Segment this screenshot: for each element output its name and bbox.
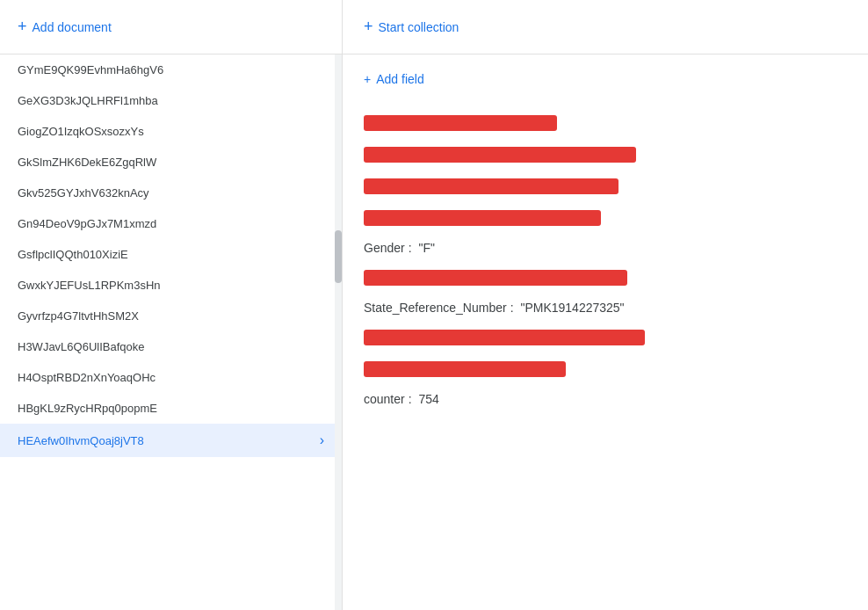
redacted-bar	[364, 147, 636, 163]
redacted-field-row	[364, 322, 847, 353]
redacted-field-row	[364, 202, 847, 234]
sidebar-item[interactable]: HBgKL9zRycHRpq0popmE	[0, 393, 342, 424]
plus-icon: +	[18, 18, 27, 36]
sidebar-item[interactable]: Gyvrfzp4G7ltvtHhSM2X	[0, 301, 342, 331]
redacted-field-row	[364, 262, 847, 294]
redacted-bar	[364, 178, 618, 194]
sidebar-item[interactable]: H4OsptRBD2nXnYoaqOHc	[0, 362, 342, 393]
scrollbar-thumb[interactable]	[335, 230, 342, 283]
field-value: "PMK1914227325"	[520, 301, 624, 315]
start-collection-label: Start collection	[379, 20, 459, 34]
sidebar-list: GYmE9QK99EvhmHa6hgV6 GeXG3D3kJQLHRFl1mhb…	[0, 54, 342, 457]
redacted-field-row	[364, 171, 847, 202]
add-field-button[interactable]: + Add field	[364, 69, 424, 90]
start-collection-button[interactable]: + Start collection	[364, 14, 459, 40]
sidebar-item[interactable]: GsflpclIQQth010XiziE	[0, 239, 342, 270]
sidebar-item[interactable]: GwxkYJEFUsL1RPKm3sHn	[0, 270, 342, 301]
redacted-bar	[364, 115, 557, 131]
redacted-field-row	[364, 107, 847, 139]
redacted-field-row	[364, 353, 847, 385]
redacted-bar	[364, 270, 627, 286]
redacted-field-row	[364, 139, 847, 171]
sidebar-header: + Add document	[0, 0, 342, 54]
redacted-bar	[364, 210, 601, 226]
redacted-bar	[364, 330, 645, 345]
right-header: + Start collection	[343, 0, 868, 54]
sidebar-item[interactable]: GkSlmZHK6DekE6ZgqRlW	[0, 147, 342, 178]
add-document-label: Add document	[33, 20, 112, 34]
sidebar: + Add document GYmE9QK99EvhmHa6hgV6 GeXG…	[0, 0, 343, 610]
field-row-state-ref: State_Reference_Number : "PMK1914227325"	[364, 294, 847, 322]
field-value: "F"	[418, 241, 435, 255]
plus-icon: +	[364, 72, 371, 86]
sidebar-item[interactable]: GeXG3D3kJQLHRFl1mhba	[0, 85, 342, 116]
field-separator: :	[510, 301, 517, 315]
field-value: 754	[418, 392, 438, 406]
sidebar-item[interactable]: H3WJavL6Q6UlIBafqoke	[0, 331, 342, 362]
scrollbar-track	[335, 54, 342, 610]
field-separator: :	[409, 392, 416, 406]
redacted-bar	[364, 361, 566, 377]
sidebar-item[interactable]: Gkv525GYJxhV632knAcy	[0, 178, 342, 208]
sidebar-list-wrapper: GYmE9QK99EvhmHa6hgV6 GeXG3D3kJQLHRFl1mhb…	[0, 54, 342, 610]
active-item-label: HEAefw0IhvmQoaj8jVT8	[18, 434, 144, 447]
field-key: counter	[364, 392, 405, 406]
sidebar-item[interactable]: GiogZO1IzqkOSxsozxYs	[0, 116, 342, 147]
right-content: + Add field Gender :	[343, 54, 868, 610]
field-key: Gender	[364, 241, 405, 255]
field-separator: :	[409, 241, 416, 255]
right-panel: + Start collection + Add field	[343, 0, 868, 610]
sidebar-item[interactable]: Gn94DeoV9pGJx7M1xmzd	[0, 208, 342, 239]
field-row-gender: Gender : "F"	[364, 234, 847, 262]
sidebar-item[interactable]: GYmE9QK99EvhmHa6hgV6	[0, 54, 342, 85]
chevron-right-icon: ›	[320, 432, 324, 448]
sidebar-item-active[interactable]: HEAefw0IhvmQoaj8jVT8 ›	[0, 424, 342, 457]
add-document-button[interactable]: + Add document	[18, 14, 112, 40]
field-key: State_Reference_Number	[364, 301, 507, 315]
plus-icon: +	[364, 18, 373, 36]
field-row-counter: counter : 754	[364, 385, 847, 413]
add-field-label: Add field	[376, 72, 423, 86]
